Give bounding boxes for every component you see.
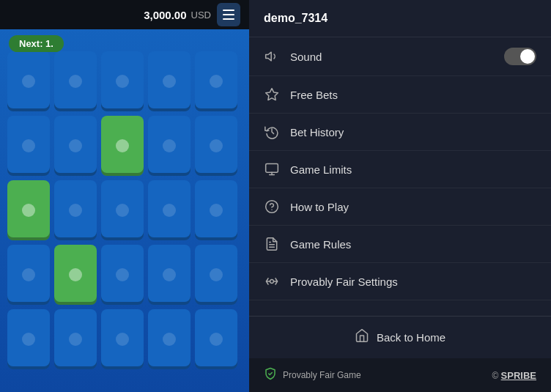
back-to-home-button[interactable]: Back to Home (249, 316, 551, 358)
menu-item-provably-fair-settings[interactable]: Provably Fair Settings (249, 263, 551, 300)
username-display: demo_7314 (264, 12, 328, 24)
grid-cell-5[interactable] (7, 116, 50, 176)
menu-item-sound[interactable]: Sound (249, 37, 551, 76)
grid-cell-10[interactable] (7, 180, 50, 240)
star-icon (264, 86, 280, 103)
hamburger-icon (223, 10, 234, 20)
grid-cell-0[interactable] (7, 51, 50, 111)
grid-cell-15[interactable] (7, 245, 50, 305)
shield-icon (264, 367, 277, 383)
game-limits-icon (264, 161, 280, 177)
grid-cell-2[interactable] (101, 51, 144, 111)
free-bets-label: Free Bets (290, 89, 536, 101)
grid-cell-11[interactable] (54, 180, 97, 240)
svg-marker-1 (266, 89, 278, 100)
grid-cell-4[interactable] (195, 51, 237, 111)
bet-history-label: Bet History (290, 126, 536, 138)
scale-icon (264, 273, 280, 289)
game-limits-label: Game Limits (290, 163, 536, 176)
grid-cell-1[interactable] (54, 51, 97, 111)
grid-cell-23[interactable] (148, 309, 191, 369)
sound-label: Sound (290, 51, 494, 63)
grid-cell-24[interactable] (195, 309, 237, 369)
menu-item-how-to-play[interactable]: How to Play (249, 188, 551, 226)
svg-marker-0 (266, 52, 272, 61)
menu-item-game-limits[interactable]: Game Limits (249, 151, 551, 188)
how-to-play-label: How to Play (290, 201, 536, 213)
grid-cell-3[interactable] (148, 51, 191, 111)
provably-fair-settings-label: Provably Fair Settings (290, 275, 536, 288)
sound-icon (264, 48, 280, 64)
grid-cell-16[interactable] (54, 245, 97, 305)
game-grid (7, 51, 237, 369)
menu-items-list: Sound Free Bets Bet Histo (249, 37, 551, 316)
home-icon (355, 328, 369, 347)
provably-fair-badge: Provably Fair Game (264, 367, 361, 383)
menu-item-bet-history[interactable]: Bet History (249, 114, 551, 151)
grid-cell-18[interactable] (148, 245, 191, 305)
question-icon (264, 199, 280, 215)
grid-cell-12[interactable] (101, 180, 144, 240)
grid-cell-13[interactable] (148, 180, 191, 240)
grid-cell-20[interactable] (7, 309, 50, 369)
provably-fair-text: Provably Fair Game (283, 370, 361, 380)
game-background: 3,000.00 USD Next: 1. (0, 0, 249, 392)
grid-cell-22[interactable] (101, 309, 144, 369)
svg-point-5 (266, 201, 278, 213)
svg-rect-2 (266, 164, 278, 173)
top-bar: 3,000.00 USD (0, 0, 249, 29)
grid-cell-19[interactable] (195, 245, 237, 305)
grid-cell-7[interactable] (101, 116, 144, 176)
grid-cell-21[interactable] (54, 309, 97, 369)
menu-item-free-bets[interactable]: Free Bets (249, 76, 551, 114)
grid-cell-14[interactable] (195, 180, 237, 240)
grid-cell-9[interactable] (195, 116, 237, 176)
dropdown-menu: demo_7314 Sound Free Bets (249, 0, 551, 392)
dropdown-header: demo_7314 (249, 0, 551, 37)
menu-item-game-rules[interactable]: Game Rules (249, 226, 551, 263)
hamburger-menu-button[interactable] (217, 3, 240, 26)
rules-icon (264, 236, 280, 252)
grid-cell-6[interactable] (54, 116, 97, 176)
next-label: Next: 1. (9, 35, 64, 52)
balance-currency: USD (191, 10, 211, 21)
next-bar: Next: 1. (0, 29, 249, 58)
back-to-home-label: Back to Home (377, 331, 445, 344)
spribe-brand: SPRIBE (501, 370, 536, 381)
spribe-logo: © SPRIBE (492, 370, 536, 381)
dropdown-footer: Provably Fair Game © SPRIBE (249, 358, 551, 392)
grid-cell-8[interactable] (148, 116, 191, 176)
balance-amount: 3,000.00 (144, 9, 186, 21)
sound-toggle[interactable] (504, 48, 536, 65)
balance-area: 3,000.00 USD (144, 9, 211, 21)
game-rules-label: Game Rules (290, 238, 536, 251)
grid-cell-17[interactable] (101, 245, 144, 305)
history-icon (264, 124, 280, 140)
